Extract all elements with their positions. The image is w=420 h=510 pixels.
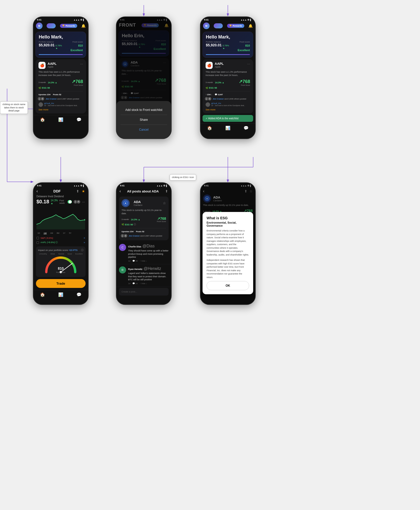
poster-avatar-b: R	[41, 97, 45, 101]
chat-nav-3[interactable]: 💬	[244, 126, 249, 130]
front-score-num-1: ↗768	[72, 79, 83, 84]
filter-1d[interactable]: 1D	[36, 231, 41, 235]
annotation-click-stock: clciking on stock name takes them to sto…	[0, 101, 28, 114]
star-icon-4[interactable]: ★	[82, 189, 85, 193]
front-score-txt-5: Front Score	[157, 221, 166, 222]
share-icon-5[interactable]: ⬆	[165, 189, 168, 193]
more-options-3[interactable]: ···	[247, 62, 250, 66]
time-filters-4: 1D 1W 1M 3M 1Y 5Y	[33, 230, 88, 236]
phone-1: 9:41 ▲▲▲ ⦿ ▌ M 🏆 Rewards 🔔 Hello Mark, P…	[33, 16, 89, 139]
esg-subtitle-6: Environmental, Social, Governance	[207, 221, 249, 227]
chat-nav-4[interactable]: 💬	[76, 292, 82, 297]
front-score-label-3: Front score	[232, 41, 250, 43]
bookmark-icon-5[interactable]: ☆	[163, 201, 166, 205]
compare-checkbox-aapl[interactable]	[36, 241, 39, 244]
compare-sp-arrow[interactable]: »	[84, 237, 85, 239]
more-options-1[interactable]: ···	[80, 62, 83, 66]
price-4: $0.18	[36, 199, 49, 205]
home-nav-4[interactable]: 🏠	[40, 292, 45, 297]
divider-1	[38, 91, 83, 91]
filter-1m[interactable]: 1M	[49, 231, 54, 235]
status-bar-5: 9:41 ▲▲▲ ⦿ ▌	[116, 183, 171, 187]
posts-nav-5: ‹ All posts about ADA ⬆	[116, 187, 171, 195]
bell-icon-3[interactable]: 🔔	[248, 24, 253, 28]
esg-val-5: 98	[130, 223, 133, 226]
ada-ticker-5[interactable]: ADA	[134, 200, 143, 204]
post-vote-charlie[interactable]: ↑ Vote ↓	[140, 260, 147, 262]
wifi-icon-4: ⦿	[80, 185, 82, 187]
ada-name-5: Cardano	[134, 204, 143, 206]
home-nav-1[interactable]: 🏠	[40, 117, 45, 122]
esg-title-6: What is ESG	[207, 216, 249, 220]
stat-3m-5: 3 month	[122, 218, 129, 221]
home-nav-3[interactable]: 🏠	[207, 126, 212, 130]
toggle-4[interactable]	[68, 200, 72, 204]
post-at-ryan: @Herwitz	[144, 266, 161, 271]
divider-3	[206, 91, 250, 91]
post-comments-charlie: 💬 36	[132, 260, 138, 262]
votes-row-5: Upvotes 234 Posts 52	[122, 230, 166, 233]
score-impact-label-4: Impact on your portfolio score +23 PTS	[38, 249, 77, 251]
battery-icon-4: ▌	[83, 185, 85, 187]
esg-info-icon-5[interactable]: ⓘ	[134, 223, 136, 226]
post-vote-ryan[interactable]: ↑ Vote ↓	[140, 282, 147, 285]
trade-btn-4[interactable]: Trade	[36, 279, 86, 288]
top-nav-3: M 🏆 Rewards 🔔	[201, 22, 255, 30]
avatar-3[interactable]: M	[203, 23, 210, 29]
hello-card-3: Hello Mark, Portfolio balance $5,920.01 …	[203, 32, 253, 58]
esg-label-1: ESG	[42, 87, 47, 89]
stock-ticker-1[interactable]: AAPL	[48, 62, 80, 66]
gauge-label-weak: Weak	[50, 253, 55, 255]
chart-nav-4[interactable]: 📊	[58, 292, 63, 297]
filter-3m[interactable]: 3M	[55, 231, 60, 235]
filter-1w[interactable]: 1W	[43, 231, 48, 235]
esg-leaf-icon-3: 🌿	[206, 87, 208, 89]
stock-icon-1: 🍎	[38, 62, 46, 69]
esg-ok-btn-6[interactable]: OK	[207, 281, 249, 290]
status-bar-1: 9:41 ▲▲▲ ⦿ ▌	[33, 17, 88, 22]
score-info-icon[interactable]: ⓘ	[81, 248, 84, 252]
bell-icon-1[interactable]: 🔔	[81, 24, 86, 28]
filter-5y[interactable]: 5Y	[68, 231, 72, 235]
portfolio-label-3: Portfolio balance	[206, 41, 232, 43]
see-more-1[interactable]: See more	[38, 108, 83, 111]
chat-nav-1[interactable]: 💬	[76, 117, 82, 122]
see-more-3[interactable]: See more	[206, 108, 250, 111]
rewards-btn-3[interactable]: 🏆 Rewards	[227, 24, 244, 28]
back-btn-5[interactable]: ‹	[119, 189, 121, 193]
rewards-btn-1[interactable]: 🏆 Rewards	[60, 24, 77, 28]
post-avatar-ryan: R	[119, 266, 126, 273]
post-user-ryan: Ryan Herwitz	[128, 268, 143, 270]
add-watchlist-option[interactable]: Add stock to Front watchlist	[121, 105, 167, 115]
share-icon-4[interactable]: ⬆	[76, 189, 79, 193]
status-icons-5: ▲▲▲ ⦿ ▌	[157, 185, 168, 187]
esg-val-3: 98	[214, 87, 217, 89]
phone-3: 9:41 ▲▲▲ ⦿ ▌ M 🏆 Rewards 🔔 Hello Mark, P…	[200, 16, 256, 139]
post-preview-1: @Torff_PH 1d Just took a look at the Goo…	[38, 102, 83, 107]
posts-title-5: All posts about ADA	[127, 189, 159, 193]
cancel-option[interactable]: Cancel	[121, 125, 167, 134]
compare-aapl-arrow[interactable]: »	[84, 241, 85, 244]
status-icons-3: ▲▲▲ ⦿ ▌	[241, 19, 252, 21]
front-score-txt-3: Front Score	[239, 84, 250, 86]
esg-label-5: ESG	[125, 223, 130, 226]
rewards-icon-3: 🏆	[229, 25, 232, 27]
stock-desc-3: This stock has seen a 1.3% performance i…	[206, 70, 250, 77]
gauge-label-unhealthy: Unhealthy	[39, 253, 47, 255]
compare-checkbox-sp[interactable]	[36, 237, 39, 239]
past-week-4: Past week	[59, 199, 66, 204]
more-icon-4[interactable]: ···	[82, 200, 85, 204]
esg-para1-6: Environmental criteria consider how a co…	[207, 229, 249, 257]
front-score-val-1: 810	[78, 44, 83, 47]
share-option[interactable]: Share	[121, 115, 167, 125]
create-post-5[interactable]: Create a post...	[119, 288, 169, 296]
chart-nav-1[interactable]: 📊	[58, 117, 63, 122]
avatar-1[interactable]: M	[36, 23, 43, 29]
back-btn-4[interactable]: ‹	[36, 189, 38, 193]
stock-ticker-3[interactable]: AAPL	[215, 62, 247, 66]
bottom-nav-3: 🏠 📊 💬	[201, 123, 255, 133]
battery-icon-5: ▌	[166, 185, 168, 187]
time-1: 9:41	[37, 18, 42, 21]
chart-nav-3[interactable]: 📊	[225, 126, 230, 130]
filter-1y[interactable]: 1Y	[62, 231, 66, 235]
